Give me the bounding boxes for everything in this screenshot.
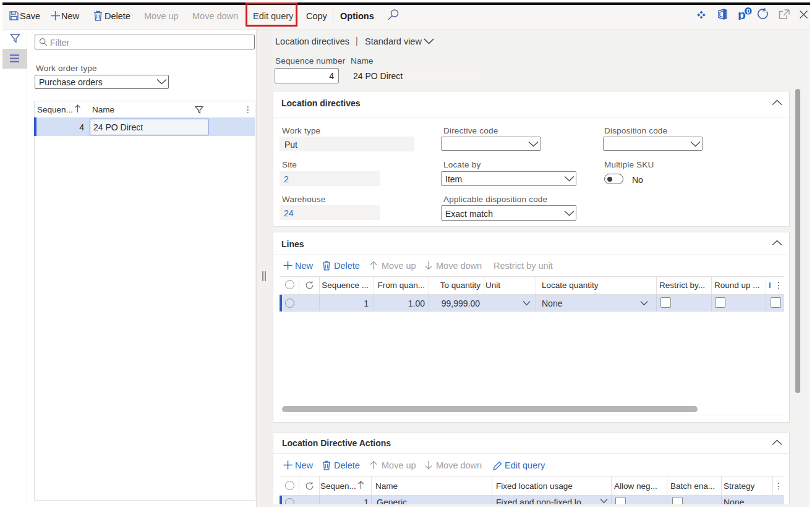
svg-text:0: 0 xyxy=(746,7,750,15)
